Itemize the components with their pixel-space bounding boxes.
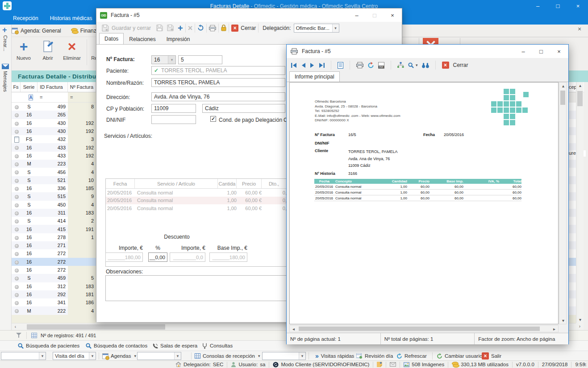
close-button[interactable]: ×: [568, 0, 588, 12]
table-row[interactable]: 16 312 183: [12, 282, 96, 290]
table-row[interactable]: 16 433 192: [12, 152, 96, 160]
close-button[interactable]: ×: [384, 9, 401, 21]
salir-button[interactable]: × Salir: [482, 351, 501, 361]
base-imponible[interactable]: ______180,00: [209, 252, 247, 262]
serie-combo[interactable]: 16▾: [151, 55, 176, 64]
chevron-down-icon[interactable]: ▾: [168, 56, 175, 64]
sidebar-crear[interactable]: Crear...: [3, 35, 8, 51]
col-servicio[interactable]: Servicio / Artículo: [135, 179, 218, 188]
nuevo-button[interactable]: + Nuevo: [12, 37, 36, 67]
descuento-pct[interactable]: __0,00: [148, 252, 167, 262]
scroll-left-icon[interactable]: ‹: [12, 323, 19, 330]
busqueda-contactos-button[interactable]: Búsqueda de contactos: [86, 341, 147, 351]
table-row[interactable]: 16 336 185: [12, 184, 96, 192]
cerrar-button[interactable]: Cerrar: [453, 62, 468, 68]
save-icon[interactable]: [156, 25, 163, 31]
grid-vertical-scrollbar[interactable]: ▴ ▾: [576, 82, 584, 323]
next-page-icon[interactable]: [310, 62, 315, 68]
col-cantidad[interactable]: Cantida: [218, 179, 237, 188]
consultas-button[interactable]: Consultas: [202, 341, 233, 351]
cerrar-button[interactable]: Cerrar: [241, 25, 256, 31]
refresh-icon[interactable]: [367, 62, 374, 69]
table-row[interactable]: 16 272: [12, 266, 96, 274]
chevron-down-icon[interactable]: ▾: [39, 352, 46, 360]
scroll-left-icon[interactable]: ◂: [290, 326, 297, 332]
table-row[interactable]: M 222 4: [12, 306, 96, 314]
eliminar-button[interactable]: × Eliminar: [60, 37, 84, 67]
sidebar-mensajes[interactable]: Mensajes: [3, 71, 8, 92]
preview-vertical-scrollbar[interactable]: ▴ ▾: [559, 82, 567, 324]
panel-close-icon[interactable]: ×: [576, 26, 583, 33]
quick-combo-3[interactable]: ▾: [262, 352, 306, 360]
undo-icon[interactable]: [197, 25, 204, 31]
filter-num[interactable]: =: [68, 92, 96, 102]
table-row[interactable]: 16 272: [12, 249, 96, 257]
quick-combo-1[interactable]: ▾: [1, 352, 46, 360]
scroll-right-icon[interactable]: ›: [576, 323, 584, 330]
chevron-down-icon[interactable]: ▾: [332, 24, 339, 32]
dni-input[interactable]: [151, 115, 196, 124]
agenda-general-button[interactable]: Agenda: General: [12, 28, 61, 34]
consolas-recepcion-button[interactable]: Consolas de recepción ▾: [195, 351, 260, 361]
refrescar-bottom-button[interactable]: Refrescar: [396, 351, 427, 361]
first-page-icon[interactable]: [291, 62, 297, 68]
busqueda-pacientes-button[interactable]: Búsqueda de pacientes: [18, 341, 79, 351]
delegacion-combo[interactable]: Ofimedic Bar... ▾: [294, 24, 339, 33]
scroll-down-icon[interactable]: ▾: [576, 316, 584, 323]
table-row[interactable]: 16 430 192: [12, 119, 96, 127]
col-dto[interactable]: Dto.,: [262, 179, 287, 188]
crear-plus-icon[interactable]: +: [2, 25, 7, 35]
col-fecha[interactable]: Fecha: [106, 179, 135, 188]
table-row[interactable]: 16 292 181: [12, 290, 96, 298]
maximize-button[interactable]: □: [548, 0, 568, 12]
col-precio[interactable]: Precio: [237, 179, 262, 188]
sticky-note-icon[interactable]: [377, 362, 382, 367]
filter-id[interactable]: =: [38, 95, 68, 100]
filter-funnel-icon[interactable]: [16, 333, 22, 338]
menu-historias-medicas[interactable]: Historias médicas: [44, 15, 98, 21]
maximize-button[interactable]: □: [532, 45, 550, 58]
minimize-button[interactable]: –: [528, 0, 548, 12]
tab-datos[interactable]: Datos: [99, 33, 124, 44]
table-row[interactable]: 16 430 192: [12, 127, 96, 135]
table-row[interactable]: 16 271: [12, 241, 96, 249]
scrollbar-thumb[interactable]: [299, 327, 540, 331]
chevron-down-icon[interactable]: ▾: [89, 352, 96, 360]
scroll-down-icon[interactable]: ▾: [559, 317, 567, 324]
visitas-rapidas-button[interactable]: » Visitas rápidas: [315, 351, 354, 361]
col-id-factura[interactable]: ID Factura: [38, 82, 68, 92]
table-row[interactable]: 16 272: [12, 258, 96, 266]
preview-horizontal-scrollbar[interactable]: ◂ ▸: [289, 325, 559, 332]
lock-icon[interactable]: [221, 25, 226, 31]
agendas-button[interactable]: Agendas ▾: [102, 351, 136, 361]
minimize-button[interactable]: –: [348, 9, 366, 21]
tab-informe-principal[interactable]: Informe principal: [289, 71, 340, 82]
mensajes-envelope-icon[interactable]: [2, 64, 9, 69]
cerrar-panel-button[interactable]: [423, 38, 438, 44]
table-row[interactable]: 16 278 1: [12, 233, 96, 241]
last-page-icon[interactable]: [319, 62, 325, 68]
direccion-input[interactable]: Avda. Ana de Vinya, 76: [151, 92, 285, 101]
scroll-right-icon[interactable]: ▸: [550, 326, 558, 332]
guardar-cerrar-button[interactable]: Guardar y cerrar: [112, 25, 151, 31]
col-serie[interactable]: Serie: [21, 82, 38, 92]
prev-page-icon[interactable]: [301, 62, 306, 68]
col-num-factura[interactable]: Nº Factura: [68, 82, 96, 92]
cond-pago-checkbox[interactable]: ✓: [210, 116, 216, 122]
delete-icon[interactable]: ×: [188, 25, 193, 31]
numero-input[interactable]: 5: [178, 55, 222, 64]
table-row[interactable]: 16 433 192: [12, 143, 96, 151]
add-icon[interactable]: +: [178, 25, 183, 31]
scrollbar-thumb[interactable]: [560, 91, 565, 105]
export-pdf-icon[interactable]: PDF: [378, 62, 384, 69]
cambiar-usuario-button[interactable]: Cambiar usuario: [437, 351, 482, 361]
save-new-icon[interactable]: [167, 25, 174, 31]
col-fs[interactable]: Fs: [12, 82, 21, 92]
table-row[interactable]: 16 341 186: [12, 298, 96, 306]
filter-serie[interactable]: A: [21, 95, 38, 100]
resize-grip[interactable]: [583, 363, 587, 367]
tab-relaciones[interactable]: Relaciones: [124, 34, 161, 44]
table-row[interactable]: 16 415 191: [12, 225, 96, 233]
descuento-importe-2[interactable]: ________0,0: [170, 252, 205, 262]
chevron-down-icon[interactable]: ▾: [299, 352, 305, 360]
